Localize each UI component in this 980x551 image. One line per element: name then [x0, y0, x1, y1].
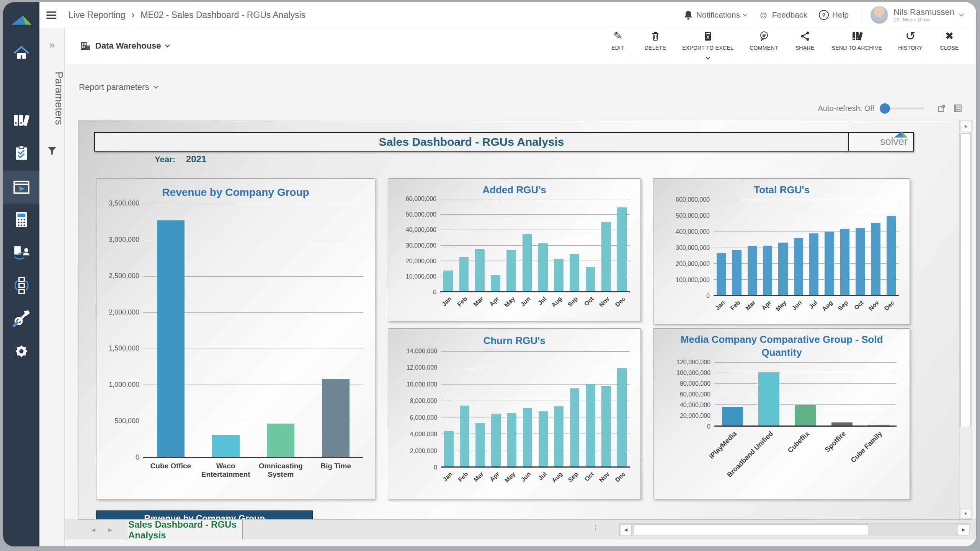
sidebar-item-home[interactable]: [3, 39, 39, 67]
report-parameters-toggle[interactable]: Report parameters: [79, 82, 158, 92]
vertical-scrollbar[interactable]: ▲ ▼: [959, 120, 972, 519]
horizontal-scrollbar[interactable]: ◀ ▶: [619, 523, 970, 536]
table-view-icon[interactable]: [953, 104, 962, 113]
x-axis-label: Nov: [598, 295, 611, 308]
comment-bubble-icon: [759, 30, 769, 42]
y-tick-label: 120,000,000: [676, 359, 710, 366]
bar-mar: [475, 423, 485, 466]
prev-sheet-button[interactable]: ◀: [91, 527, 95, 533]
y-tick-label: 60,000,000: [406, 196, 436, 202]
y-tick-label: 1,500,000: [109, 344, 139, 352]
sidebar-item-archive[interactable]: [3, 106, 39, 134]
sidebar-item-input-forms[interactable]: [3, 206, 39, 233]
y-tick-label: 2,000,000: [109, 308, 139, 316]
send-to-archive-button[interactable]: SEND TO ARCHIVE: [832, 30, 882, 51]
y-tick-label: 0: [434, 464, 437, 471]
x-axis-label: Feb: [457, 471, 470, 483]
plot-area: [440, 199, 630, 292]
chart-revenue-by-company-group: Revenue by Company Group 3,500,0003,000,…: [96, 178, 375, 499]
sidebar-item-process-flows[interactable]: [3, 272, 39, 299]
bar-cube-family: [868, 425, 889, 425]
bar-feb: [732, 250, 741, 295]
export-to-excel-button[interactable]: X EXPORT TO EXCEL: [682, 30, 733, 62]
bar-sep: [840, 229, 849, 295]
x-axis-label: Oct: [583, 295, 595, 308]
y-tick-label: 30,000,000: [406, 242, 436, 249]
x-axis-label: Nov: [867, 299, 880, 312]
pop-out-icon[interactable]: [937, 104, 946, 113]
scroll-left-button[interactable]: ◀: [620, 524, 632, 535]
slider-knob: [880, 103, 890, 114]
user-menu-chevron-icon[interactable]: [959, 11, 964, 16]
scroll-up-button[interactable]: ▲: [960, 121, 971, 131]
bar-mar: [475, 249, 485, 291]
breadcrumb-root[interactable]: Live Reporting: [69, 10, 125, 20]
y-tick-label: 20,000,000: [680, 412, 710, 419]
vertical-scrollbar-thumb[interactable]: [960, 133, 971, 427]
close-x-icon: ✖: [945, 30, 954, 42]
user-avatar[interactable]: [871, 6, 888, 24]
x-axis-label: Jun: [520, 471, 532, 483]
clipboard-icon: [14, 145, 29, 161]
solver-logo-icon: [3, 6, 39, 34]
report-title: Sales Dashboard - RGUs Analysis: [95, 135, 848, 148]
x-axis-label: Spotfire: [823, 430, 848, 454]
bar-feb: [460, 406, 469, 466]
x-axis-label: Cubeflix: [786, 430, 811, 455]
y-tick-label: 4,000,000: [410, 431, 437, 438]
menu-hamburger-icon[interactable]: [46, 10, 56, 21]
close-button[interactable]: ✖ CLOSE: [939, 30, 960, 51]
x-axis-label: Omnicasting System: [253, 458, 309, 479]
chart-title: Churn RGU's: [392, 335, 637, 347]
content-area: Report parameters Auto-refresh: Off Sale…: [65, 64, 976, 546]
chart-title: Total RGU's: [658, 184, 906, 196]
chevron-down-icon: [154, 84, 159, 89]
report-title-bar: Sales Dashboard - RGUs Analysis solver: [94, 132, 914, 152]
data-source-selector[interactable]: Data Warehouse: [80, 41, 169, 51]
tab-sales-dashboard-rgus-analysis[interactable]: Sales Dashboard - RGUs Analysis: [128, 520, 243, 540]
x-axis-label: Sep: [837, 299, 850, 312]
scroll-right-button[interactable]: ▶: [958, 524, 969, 535]
filter-funnel-icon[interactable]: [47, 146, 57, 157]
user-name: Nils Rasmussen: [893, 7, 954, 17]
parameters-rail-label[interactable]: Parameters: [39, 58, 65, 139]
sidebar-item-assignments[interactable]: [3, 139, 39, 167]
scroll-down-button[interactable]: ▼: [960, 508, 971, 519]
x-axis-label: Apr: [760, 299, 773, 311]
sidebar-item-live-reporting[interactable]: [3, 171, 39, 204]
report-logo-box: solver: [848, 133, 913, 151]
horizontal-scrollbar-thumb[interactable]: [634, 524, 868, 535]
expand-parameters-icon[interactable]: »: [39, 39, 65, 51]
y-tick-label: 0: [707, 423, 710, 430]
year-value: 2021: [186, 154, 206, 165]
comment-button[interactable]: COMMENT: [750, 30, 778, 51]
bar-feb: [459, 257, 469, 291]
share-button[interactable]: SHARE: [794, 30, 816, 51]
help-button[interactable]: ? Help: [816, 10, 852, 20]
live-report-icon: [13, 179, 30, 195]
history-button[interactable]: ↺ HISTORY: [898, 30, 923, 51]
edit-button[interactable]: ✎ EDIT: [607, 30, 629, 51]
sidebar-item-settings[interactable]: [3, 337, 39, 365]
splitter-handle[interactable]: ⁞: [595, 523, 597, 533]
y-tick-label: 500,000: [114, 417, 139, 425]
delete-button[interactable]: DELETE: [645, 30, 666, 51]
x-axis-label: Jul: [537, 295, 548, 306]
notifications-button[interactable]: Notifications: [681, 10, 750, 20]
y-tick-label: 600,000,000: [676, 196, 710, 203]
y-tick-label: 10,000,000: [407, 381, 437, 388]
next-sheet-button[interactable]: ▶: [108, 527, 112, 533]
y-tick-label: 300,000,000: [676, 245, 710, 251]
sidebar-item-data-transfer[interactable]: [3, 239, 39, 266]
sidebar-item-tools[interactable]: [3, 305, 39, 332]
topbar-actions: Notifications ☺ Feedback ? Help Nils Ras…: [681, 6, 963, 24]
auto-refresh-slider[interactable]: [881, 108, 924, 109]
app-window: » Parameters Live Reporting › ME02 - Sal…: [3, 2, 976, 546]
x-axis-label: Apr: [488, 295, 500, 308]
auto-refresh-row: Auto-refresh: Off: [818, 104, 962, 113]
bar-dec: [887, 216, 896, 295]
bar-omnicasting-system: [267, 424, 294, 457]
bar-nov: [871, 223, 880, 295]
x-axis-label: May: [503, 295, 516, 309]
feedback-button[interactable]: ☺ Feedback: [755, 9, 810, 21]
